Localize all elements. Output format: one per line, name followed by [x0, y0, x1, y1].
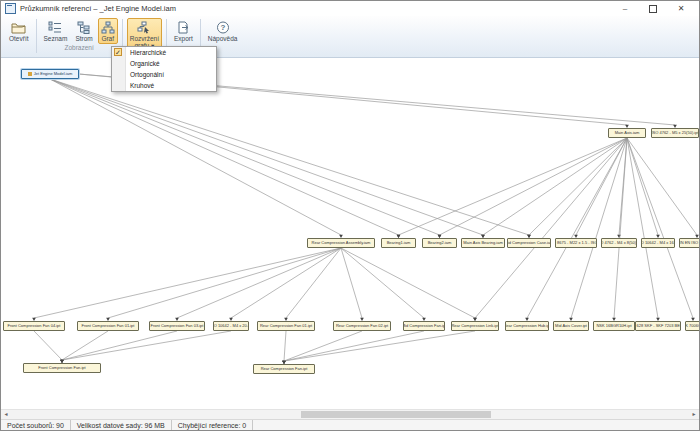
- graph-node-label: Main Axis.iam: [615, 129, 640, 137]
- graph-node-label: ISO 10642 - M4 x 20.ipt: [213, 322, 249, 330]
- graph-node-fcf04[interactable]: Front Compression Fan 04.ipt: [3, 321, 65, 331]
- graph-node-rch[interactable]: Rear Compression Hub.ipt: [505, 321, 549, 331]
- graph-node-mcc[interactable]: Mid Compression Case.iam: [507, 238, 551, 248]
- export-button[interactable]: Export: [171, 18, 196, 44]
- graph-node-label: Jet Engine Model.iam: [34, 70, 72, 78]
- graph-node-mainaxis[interactable]: Main Axis.iam: [608, 128, 646, 138]
- scroll-right-button[interactable]: ▸: [689, 410, 699, 419]
- graph-node-root[interactable]: Jet Engine Model.iam: [21, 69, 79, 79]
- graph-node-label: Rear Compression Fan 01.ipt: [260, 322, 312, 330]
- open-folder-icon: [11, 20, 26, 35]
- graph-node-label: ISO 4762 - M5 x 25(50).ipt: [651, 129, 698, 137]
- graph-node-iso10642_16[interactable]: ISO 10642 - M4 x 16.ipt: [641, 238, 675, 248]
- help-icon: ?: [216, 20, 230, 35]
- menu-item-ortogonální[interactable]: Ortogonální: [112, 69, 216, 80]
- graph-node-iso4762m4[interactable]: ISO 4762 - M4 x 8(50).ipt: [601, 238, 637, 248]
- graph-node-label: Front Compression Fan.ipt: [38, 364, 85, 372]
- tree-view-button[interactable]: Strom: [72, 18, 95, 44]
- graph-node-label: Mid Compression Case.iam: [507, 239, 551, 247]
- graph-view-button[interactable]: Graf: [98, 18, 118, 44]
- graph-node-label: Rear Compression Fan 02.ipt: [336, 322, 388, 330]
- ribbon-toolbar: Otevřít Seznam Strom: [1, 16, 699, 58]
- menu-item-hierarchické[interactable]: ✓Hierarchické: [112, 47, 216, 58]
- app-window: Průzkumník referencí – _Jet Engine Model…: [0, 0, 700, 431]
- status-dataset-size: Velikost datové sady: 96 MB: [71, 420, 172, 431]
- status-missing-references: Chybějící reference: 0: [172, 420, 253, 431]
- graph-node-fcf01[interactable]: Front Compression Fan 01.ipt: [77, 321, 139, 331]
- graph-node-mac[interactable]: Mid Axis Cover.ipt: [553, 321, 589, 331]
- graph-node-nsk16[interactable]: NSK 16BGR10H.ipt: [593, 321, 635, 331]
- graph-node-label: Mid Axis Cover.ipt: [555, 322, 587, 330]
- graph-edges-layer: [1, 58, 700, 409]
- graph-layout-label-line1: Rozvržení: [130, 35, 159, 42]
- graph-node-fcf03[interactable]: Front Compression Fan 03.ipt: [149, 321, 205, 331]
- graph-node-label: Rear Compression Fan.ipt: [261, 365, 308, 373]
- help-button-label: Nápověda: [208, 35, 238, 42]
- graph-node-label: Front Compression Fan 01.ipt: [82, 322, 135, 330]
- graph-canvas[interactable]: Jet Engine Model.iamMain Axis.iamISO 476…: [1, 58, 700, 409]
- graph-node-label: NSK 16BGR10H.ipt: [596, 322, 631, 330]
- graph-node-fcfan[interactable]: Front Compression Fan.ipt: [23, 363, 101, 373]
- graph-node-nsk7006[interactable]: NSK 7006C.ipt: [685, 321, 700, 331]
- graph-node-label: ISO 4762 - M4 x 8(50).ipt: [601, 239, 637, 247]
- graph-node-iso10642_20[interactable]: ISO 10642 - M4 x 20.ipt: [213, 321, 249, 331]
- menu-item-label: Ortogonální: [130, 71, 164, 78]
- menu-item-label: Kruhové: [130, 82, 154, 89]
- org-chart-icon: [101, 20, 115, 35]
- close-button[interactable]: ✕: [667, 1, 695, 16]
- status-file-count: Počet souborů: 90: [1, 420, 71, 431]
- layout-icon: [137, 20, 151, 35]
- assembly-icon: [28, 72, 32, 76]
- graph-node-label: Bearing2.iam: [428, 239, 452, 247]
- app-icon: [5, 3, 16, 14]
- tree-icon: [77, 20, 91, 35]
- scrollbar-thumb[interactable]: [301, 411, 491, 418]
- scroll-left-button[interactable]: ◂: [1, 410, 11, 419]
- list-icon: [48, 20, 62, 35]
- graph-node-brg2[interactable]: Bearing2.iam: [422, 238, 457, 248]
- graph-node-label: Rear Compression Assembly.iam: [312, 239, 371, 247]
- graph-node-rca[interactable]: Rear Compression Assembly.iam: [307, 238, 375, 248]
- export-icon: [176, 20, 190, 35]
- graph-node-label: Front Compression Fan 03.ipt: [151, 322, 204, 330]
- graph-node-din628[interactable]: DIN 628 SKF - SKF 7203 BEP.ipt: [635, 321, 681, 331]
- list-view-button[interactable]: Seznam: [41, 18, 71, 44]
- layout-dropdown-menu: ✓HierarchickéOrganickéOrtogonálníKruhové: [111, 46, 217, 92]
- menu-item-label: Organické: [130, 60, 160, 67]
- graph-node-label: ISO 10642 - M4 x 16.ipt: [641, 239, 675, 247]
- graph-node-label: DIN EN ISO 4762 - M4 x 90.ipt: [679, 239, 700, 247]
- horizontal-scrollbar[interactable]: ◂ ▸: [1, 409, 699, 419]
- graph-node-iso4762m5[interactable]: ISO 4762 - M5 x 25(50).ipt: [651, 128, 699, 138]
- toolbar-group-label: Zobrazení: [40, 44, 119, 52]
- toolbar-separator: [36, 19, 37, 53]
- menu-item-kruhové[interactable]: Kruhové: [112, 80, 216, 91]
- title-bar: Průzkumník referencí – _Jet Engine Model…: [1, 1, 699, 16]
- graph-node-din4762[interactable]: DIN EN ISO 4762 - M4 x 90.ipt: [679, 238, 700, 248]
- status-bar: Počet souborů: 90 Velikost datové sady: …: [1, 419, 699, 431]
- graph-node-label: Front Compression Fan 04.ipt: [8, 322, 61, 330]
- graph-node-rcl[interactable]: Rear Compression Link.ipt: [451, 321, 499, 331]
- export-button-label: Export: [174, 35, 193, 42]
- graph-node-label: Bearing1.iam: [387, 239, 411, 247]
- maximize-icon: [649, 5, 657, 13]
- help-button[interactable]: ? Nápověda: [205, 18, 241, 44]
- graph-node-label: Main Axis Bearing.iam: [463, 239, 503, 247]
- graph-node-label: DIN 628 SKF - SKF 7203 BEP.ipt: [635, 322, 681, 330]
- graph-view-label: Graf: [101, 35, 114, 42]
- graph-node-mab[interactable]: Main Axis Bearing.iam: [461, 238, 505, 248]
- open-button-label: Otevřít: [9, 35, 29, 42]
- menu-item-organické[interactable]: Organické: [112, 58, 216, 69]
- graph-node-mcf[interactable]: Mid Compression Fan.ipt: [403, 321, 445, 331]
- maximize-button[interactable]: [639, 1, 667, 16]
- graph-node-rcf02[interactable]: Rear Compression Fan 02.ipt: [333, 321, 391, 331]
- graph-node-label: Rear Compression Hub.ipt: [505, 322, 549, 330]
- graph-node-label: Mid Compression Fan.ipt: [403, 322, 445, 330]
- graph-node-iso8675[interactable]: ISO 8675 - M22 x 1.5 - ISO.ipt: [555, 238, 597, 248]
- open-button[interactable]: Otevřít: [6, 18, 32, 44]
- graph-node-rcf01[interactable]: Rear Compression Fan 01.ipt: [257, 321, 315, 331]
- graph-node-label: Rear Compression Link.ipt: [451, 322, 498, 330]
- graph-node-brg1[interactable]: Bearing1.iam: [381, 238, 416, 248]
- minimize-button[interactable]: –: [611, 1, 639, 16]
- minimize-icon: –: [623, 4, 627, 13]
- graph-node-rcfan[interactable]: Rear Compression Fan.ipt: [253, 364, 315, 374]
